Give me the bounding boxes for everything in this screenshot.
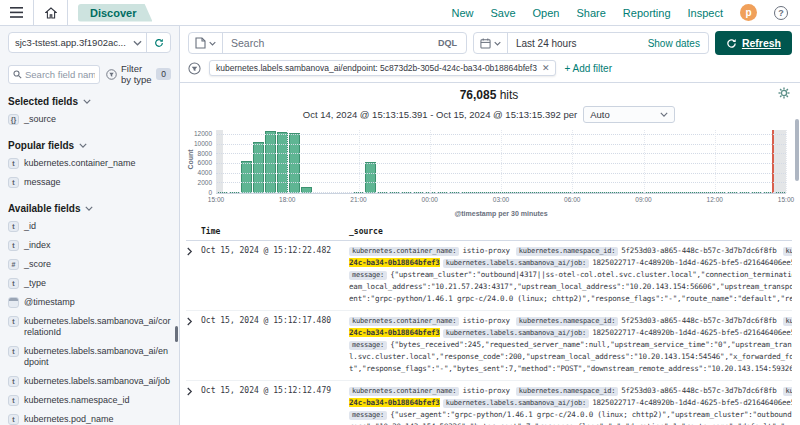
source-text: 1825022717-4c48920b-1d4d-4625-bfe5-d2164…: [592, 328, 792, 337]
source-text: {"upstream_cluster":"outbound|4317||ss-o…: [390, 270, 792, 279]
filter-pill-label: kubernetes.labels.sambanova_ai/endpoint:…: [216, 63, 537, 73]
field-item-kubernetes.container_name[interactable]: t kubernetes.container_name: [8, 154, 171, 173]
expand-caret-icon[interactable]: [186, 386, 201, 425]
breadcrumb-discover[interactable]: Discover: [78, 4, 152, 22]
text-token-icon: t: [8, 177, 19, 188]
refresh-button[interactable]: Refresh: [715, 31, 792, 55]
menu-item-open[interactable]: Open: [533, 7, 560, 19]
avatar[interactable]: p: [740, 4, 757, 21]
gear-icon[interactable]: [778, 87, 790, 99]
y-tick-label: 4000: [198, 170, 212, 177]
time-range-label[interactable]: Last 24 hours: [508, 38, 640, 49]
section-title: Selected fields: [8, 96, 78, 107]
field-item-_id[interactable]: t _id: [8, 217, 171, 236]
interval-select[interactable]: Auto: [583, 106, 675, 123]
menu-item-share[interactable]: Share: [576, 7, 605, 19]
field-name: kubernetes.container_name: [24, 158, 136, 169]
x-gridline: [216, 130, 217, 193]
field-item-kubernetes.labels.sambanova_ai/job[interactable]: t kubernetes.labels.sambanova_ai/job: [8, 372, 171, 391]
text-token-icon: t: [8, 414, 19, 425]
show-dates-button[interactable]: Show dates: [640, 38, 708, 49]
filter-by-type-label: Filter by type: [121, 63, 152, 85]
filter-bar: kubernetes.labels.sambanova_ai/endpoint:…: [180, 58, 800, 83]
row-source: kubernetes.container_name:istio-proxykub…: [349, 316, 792, 376]
expand-caret-icon[interactable]: [186, 316, 201, 376]
field-chip: kubernetes.pod_name:: [783, 247, 792, 256]
main-panel: 76,085 hits Oct 14, 2024 @ 15:13:15.391 …: [180, 83, 800, 425]
search-input[interactable]: [223, 37, 429, 49]
search-icon: [13, 70, 22, 79]
close-icon[interactable]: ✕: [542, 63, 550, 73]
section-header[interactable]: Available fields: [8, 203, 171, 214]
source-text: istio-proxy: [462, 246, 509, 255]
field-item-_source[interactable]: {} _source: [8, 110, 171, 129]
field-name: _score: [24, 259, 51, 270]
main-scrollbar[interactable]: [795, 119, 799, 181]
filter-options-icon[interactable]: [188, 62, 201, 75]
home-button[interactable]: [34, 0, 68, 25]
column-header-source[interactable]: _source: [349, 227, 792, 236]
field-chip: kubernetes.labels.sambanova_ai/job:: [443, 259, 590, 268]
expand-caret-icon[interactable]: [186, 246, 201, 306]
menu-item-save[interactable]: Save: [490, 7, 515, 19]
field-item-@timestamp[interactable]: @timestamp: [8, 293, 171, 312]
x-gridline: [715, 130, 716, 193]
histogram-plot-area[interactable]: 020004000600080001000012000: [216, 130, 786, 194]
source-token-icon: {}: [8, 114, 19, 125]
dql-button[interactable]: DQL: [429, 38, 466, 48]
menu-item-reporting[interactable]: Reporting: [623, 7, 671, 19]
menu-item-inspect[interactable]: Inspect: [688, 7, 723, 19]
sidebar-scrollbar[interactable]: [175, 326, 178, 342]
add-filter-button[interactable]: + Add filter: [564, 63, 612, 74]
field-item-kubernetes.pod_name[interactable]: t kubernetes.pod_name: [8, 410, 171, 425]
menu-item-new[interactable]: New: [451, 7, 473, 19]
field-item-_index[interactable]: t _index: [8, 236, 171, 255]
saved-query-button[interactable]: [189, 33, 223, 53]
field-item-kubernetes.labels.sambanova_ai/correlationId[interactable]: t kubernetes.labels.sambanova_ai/correla…: [8, 312, 171, 342]
field-item-kubernetes.labels.sambanova_ai/endpoint[interactable]: t kubernetes.labels.sambanova_ai/endpoin…: [8, 342, 171, 372]
calendar-button[interactable]: [474, 33, 508, 53]
field-search-text[interactable]: [25, 69, 95, 80]
source-text: eam_local_address":"10.21.57.243:4317","…: [349, 282, 792, 291]
text-token-icon: t: [8, 316, 19, 327]
search-box[interactable]: DQL: [188, 32, 467, 54]
source-line: eam_local_address":"10.21.57.243:4317","…: [349, 282, 792, 294]
filter-by-type-button[interactable]: Filter by type 0: [106, 63, 171, 85]
field-chip: kubernetes.pod_name:: [783, 387, 792, 396]
index-pattern-select[interactable]: sjc3-tstest.app.3f1902ac...: [8, 32, 171, 53]
chart-time-range: Oct 14, 2024 @ 15:13:15.391 - Oct 15, 20…: [303, 109, 577, 120]
hamburger-icon: [10, 7, 23, 18]
field-chip: message:: [349, 411, 387, 420]
y-tick-label: 6000: [198, 161, 212, 168]
field-item-kubernetes.namespace_id[interactable]: t kubernetes.namespace_id: [8, 391, 171, 410]
field-item-_type[interactable]: t _type: [8, 274, 171, 293]
sidebar-section: Available fields t _id t _index # _score…: [8, 203, 171, 425]
x-tick-label: 03:00: [493, 196, 509, 203]
menu-button[interactable]: [0, 0, 34, 25]
column-header-time[interactable]: Time: [201, 227, 349, 236]
x-gridline: [644, 130, 645, 193]
section-header[interactable]: Popular fields: [8, 140, 171, 151]
index-refresh-button[interactable]: [146, 33, 170, 52]
help-icon[interactable]: ?: [774, 6, 788, 20]
field-chip: message:: [349, 271, 387, 280]
text-token-icon: t: [8, 240, 19, 251]
x-tick-label: 15:00: [208, 196, 224, 203]
y-axis-label: Count: [187, 140, 194, 180]
field-chip: kubernetes.namespace_id:: [516, 387, 618, 396]
table-header: Time _source: [186, 224, 792, 241]
calendar-icon: [480, 38, 491, 49]
number-token-icon: #: [8, 259, 19, 270]
field-item-_score[interactable]: # _score: [8, 255, 171, 274]
field-search-input[interactable]: [8, 65, 100, 84]
field-item-message[interactable]: t message: [8, 173, 171, 192]
hits-count: 76,085: [460, 88, 497, 102]
filter-count-badge: 0: [156, 68, 171, 80]
section-header[interactable]: Selected fields: [8, 96, 171, 107]
histogram-bar: [365, 162, 376, 193]
x-gridline: [287, 130, 288, 193]
filter-pill[interactable]: kubernetes.labels.sambanova_ai/endpoint:…: [209, 60, 556, 76]
source-line: message:{"upstream_cluster":"outbound|43…: [349, 270, 792, 282]
source-line: 24c-ba34-0b18864bfef3kubernetes.labels.s…: [349, 398, 792, 410]
sidebar-section: Selected fields {} _source: [8, 96, 171, 129]
